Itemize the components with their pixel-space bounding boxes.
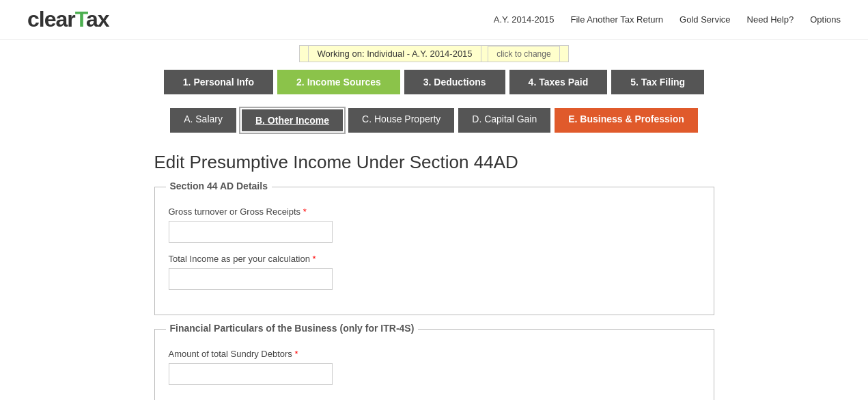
section-44ad-title: Section 44 AD Details xyxy=(166,181,272,191)
section-44ad: Section 44 AD Details Gross turnover or … xyxy=(154,187,714,315)
required-marker-2: * xyxy=(310,254,316,264)
sub-tabs: A. Salary B. Other Income C. House Prope… xyxy=(0,108,868,133)
section-financial-particulars: Financial Particulars of the Business (o… xyxy=(154,329,714,400)
required-marker: * xyxy=(300,206,307,217)
tab-taxes-paid[interactable]: 4. Taxes Paid xyxy=(509,70,608,94)
total-income-label: Total Income as per your calculation * xyxy=(169,254,700,264)
total-income-input[interactable] xyxy=(169,268,333,290)
nav-need-help[interactable]: Need Help? xyxy=(747,14,794,25)
tab-deductions[interactable]: 3. Deductions xyxy=(404,70,505,94)
field-group-sundry-debtors: Amount of total Sundry Debtors * xyxy=(169,349,700,385)
nav: A.Y. 2014-2015 File Another Tax Return G… xyxy=(494,14,841,25)
tab-personal-info[interactable]: 1. Personal Info xyxy=(164,70,273,94)
click-to-change[interactable]: click to change xyxy=(488,46,559,62)
nav-options[interactable]: Options xyxy=(810,14,841,25)
nav-ay: A.Y. 2014-2015 xyxy=(494,14,555,25)
sundry-debtors-input[interactable] xyxy=(169,363,333,385)
financial-particulars-title: Financial Particulars of the Business (o… xyxy=(166,323,419,334)
subtab-house-property[interactable]: C. House Property xyxy=(348,108,454,133)
main-content: Edit Presumptive Income Under Section 44… xyxy=(127,152,742,400)
nav-file-return[interactable]: File Another Tax Return xyxy=(570,14,663,25)
field-group-total-income: Total Income as per your calculation * xyxy=(169,254,700,290)
gross-turnover-label: Gross turnover or Gross Receipts * xyxy=(169,206,700,217)
subtab-capital-gain[interactable]: D. Capital Gain xyxy=(458,108,550,133)
subtab-salary[interactable]: A. Salary xyxy=(170,108,236,133)
subtab-business-profession[interactable]: E. Business & Profession xyxy=(555,108,698,133)
field-group-gross-turnover: Gross turnover or Gross Receipts * xyxy=(169,206,700,243)
working-on-text: Working on: Individual - A.Y. 2014-2015 xyxy=(308,45,481,62)
page-title: Edit Presumptive Income Under Section 44… xyxy=(154,152,714,173)
logo: clearTax xyxy=(27,7,109,32)
tab-income-sources[interactable]: 2. Income Sources xyxy=(277,70,400,94)
working-bar: Working on: Individual - A.Y. 2014-2015 … xyxy=(0,48,868,59)
tab-tax-filing[interactable]: 5. Tax Filing xyxy=(611,70,704,94)
nav-gold-service[interactable]: Gold Service xyxy=(680,14,730,25)
header: clearTax A.Y. 2014-2015 File Another Tax… xyxy=(0,0,868,40)
gross-turnover-input[interactable] xyxy=(169,221,333,243)
step-tabs: 1. Personal Info 2. Income Sources 3. De… xyxy=(0,70,868,94)
required-marker-3: * xyxy=(292,349,298,359)
sundry-debtors-label: Amount of total Sundry Debtors * xyxy=(169,349,700,359)
subtab-other-income[interactable]: B. Other Income xyxy=(240,108,344,133)
